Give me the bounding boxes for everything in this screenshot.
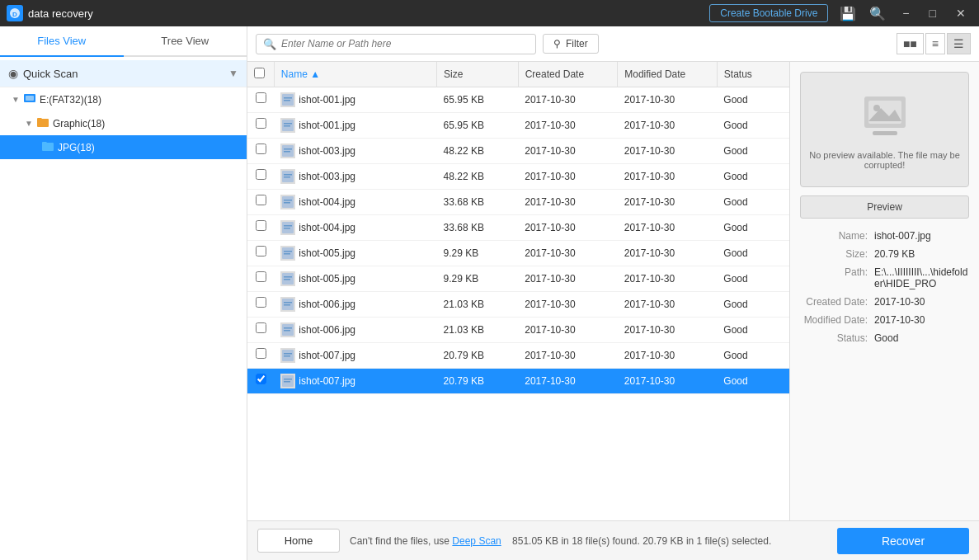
- info-label-name: Name:: [800, 230, 874, 242]
- minimize-button[interactable]: −: [896, 7, 915, 20]
- svg-rect-5: [284, 97, 292, 99]
- tree-item-graphic[interactable]: ▼ Graphic(18): [0, 111, 247, 135]
- file-list: Name ▲ Size Created Date Modified Date S…: [247, 62, 789, 520]
- arrow-down-icon: ▼: [12, 95, 20, 104]
- info-label-modified: Modified Date:: [800, 314, 874, 326]
- svg-rect-9: [284, 125, 290, 127]
- grid-view-button[interactable]: ■■: [897, 33, 924, 54]
- select-all-checkbox[interactable]: [254, 68, 265, 78]
- file-icon: [280, 92, 295, 107]
- svg-rect-26: [284, 276, 292, 278]
- row-check-cell[interactable]: [247, 215, 274, 236]
- info-label-created: Created Date:: [800, 296, 874, 308]
- row-check-cell[interactable]: [247, 241, 274, 261]
- tab-files-view[interactable]: Files View: [0, 26, 124, 57]
- table-row[interactable]: ishot-005.jpg9.29 KB2017-10-302017-10-30…: [247, 241, 789, 266]
- info-label-size: Size:: [800, 248, 874, 260]
- row-checkbox[interactable]: [256, 195, 266, 205]
- row-check-cell[interactable]: [247, 139, 274, 159]
- row-check-cell[interactable]: [247, 343, 274, 364]
- home-button[interactable]: Home: [257, 529, 340, 553]
- close-button[interactable]: ✕: [949, 7, 972, 20]
- search-input[interactable]: [281, 38, 529, 49]
- info-value-path: E:\...\IIIIIIII\...\hidefolder\HIDE_PRO: [874, 266, 969, 289]
- maximize-button[interactable]: □: [923, 7, 943, 20]
- info-value-created: 2017-10-30: [874, 296, 925, 308]
- table-row[interactable]: ishot-006.jpg21.03 KB2017-10-302017-10-3…: [247, 318, 789, 343]
- quick-scan-icon: ◉: [8, 67, 18, 80]
- row-check-cell[interactable]: [247, 318, 274, 338]
- info-value-modified: 2017-10-30: [874, 314, 925, 326]
- recover-icon[interactable]: 💾: [836, 6, 859, 21]
- header-size[interactable]: Size: [437, 62, 519, 87]
- table-row[interactable]: ishot-003.jpg48.22 KB2017-10-302017-10-3…: [247, 139, 789, 164]
- row-checkbox[interactable]: [256, 246, 266, 256]
- row-created-cell: 2017-10-30: [518, 369, 618, 394]
- row-check-cell[interactable]: [247, 369, 274, 389]
- row-checkbox[interactable]: [256, 348, 266, 359]
- header-modified-date[interactable]: Modified Date: [618, 62, 718, 87]
- tree-item-drive[interactable]: ▼ E:(FAT32)(18): [0, 87, 247, 111]
- table-row[interactable]: ishot-007.jpg20.79 KB2017-10-302017-10-3…: [247, 343, 789, 369]
- row-created-cell: 2017-10-30: [518, 343, 618, 369]
- table-row[interactable]: ishot-004.jpg33.68 KB2017-10-302017-10-3…: [247, 190, 789, 215]
- row-check-cell[interactable]: [247, 266, 274, 287]
- row-check-cell[interactable]: [247, 190, 274, 210]
- status-bar: Home Can't find the files, use Deep Scan…: [247, 520, 979, 560]
- row-checkbox[interactable]: [256, 297, 266, 308]
- row-modified-cell: 2017-10-30: [618, 215, 718, 241]
- row-checkbox[interactable]: [256, 220, 266, 231]
- row-checkbox[interactable]: [256, 322, 266, 333]
- filter-button[interactable]: ⚲ Filter: [543, 34, 599, 54]
- svg-rect-3: [26, 96, 34, 101]
- table-row[interactable]: ishot-007.jpg20.79 KB2017-10-302017-10-3…: [247, 369, 789, 394]
- header-created-date[interactable]: Created Date: [518, 62, 618, 87]
- row-checkbox[interactable]: [256, 271, 266, 282]
- info-label-status: Status:: [800, 332, 874, 344]
- file-name: ishot-001.jpg: [299, 94, 355, 106]
- search-box[interactable]: 🔍: [256, 34, 536, 54]
- row-check-cell[interactable]: [247, 87, 274, 108]
- table-row[interactable]: ishot-006.jpg21.03 KB2017-10-302017-10-3…: [247, 292, 789, 318]
- row-checkbox[interactable]: [256, 118, 266, 129]
- row-check-cell[interactable]: [247, 292, 274, 313]
- search-title-icon[interactable]: 🔍: [866, 6, 889, 21]
- deep-scan-link[interactable]: Deep Scan: [452, 535, 501, 547]
- svg-rect-36: [284, 355, 290, 357]
- row-checkbox[interactable]: [256, 169, 266, 180]
- table-row[interactable]: ishot-003.jpg48.22 KB2017-10-302017-10-3…: [247, 164, 789, 190]
- row-checkbox[interactable]: [256, 92, 266, 103]
- info-row-status: Status: Good: [800, 332, 969, 344]
- row-checkbox[interactable]: [256, 374, 266, 384]
- table-row[interactable]: ishot-001.jpg65.95 KB2017-10-302017-10-3…: [247, 113, 789, 139]
- row-check-cell[interactable]: [247, 164, 274, 185]
- row-status-cell: Good: [717, 190, 789, 215]
- row-name-cell: ishot-001.jpg: [274, 87, 436, 113]
- row-created-cell: 2017-10-30: [518, 215, 618, 241]
- table-row[interactable]: ishot-001.jpg65.95 KB2017-10-302017-10-3…: [247, 87, 789, 113]
- recover-button[interactable]: Recover: [837, 528, 969, 554]
- create-bootable-button[interactable]: Create Bootable Drive: [709, 4, 828, 22]
- preview-button[interactable]: Preview: [800, 195, 969, 219]
- file-name: ishot-003.jpg: [299, 171, 355, 182]
- row-checkbox[interactable]: [256, 144, 266, 154]
- header-name[interactable]: Name ▲: [274, 62, 436, 87]
- preview-placeholder-icon: [860, 90, 910, 147]
- right-panel: 🔍 ⚲ Filter ■■ ≡ ☰: [247, 26, 979, 560]
- svg-rect-21: [284, 228, 290, 229]
- detail-view-button[interactable]: ☰: [947, 33, 971, 54]
- table-row[interactable]: ishot-005.jpg9.29 KB2017-10-302017-10-30…: [247, 266, 789, 292]
- tree-item-jpg[interactable]: JPG(18): [0, 135, 247, 159]
- row-status-cell: Good: [717, 113, 789, 139]
- header-check[interactable]: [247, 62, 274, 87]
- header-status[interactable]: Status: [717, 62, 789, 87]
- row-modified-cell: 2017-10-30: [618, 343, 718, 369]
- row-size-cell: 21.03 KB: [437, 292, 519, 318]
- info-row-created: Created Date: 2017-10-30: [800, 296, 969, 308]
- svg-rect-15: [284, 176, 290, 178]
- list-view-button[interactable]: ≡: [925, 33, 945, 54]
- table-row[interactable]: ishot-004.jpg33.68 KB2017-10-302017-10-3…: [247, 215, 789, 241]
- quick-scan-bar[interactable]: ◉ Quick Scan ▼: [0, 60, 247, 87]
- tab-tree-view[interactable]: Tree View: [124, 26, 247, 57]
- row-check-cell[interactable]: [247, 113, 274, 134]
